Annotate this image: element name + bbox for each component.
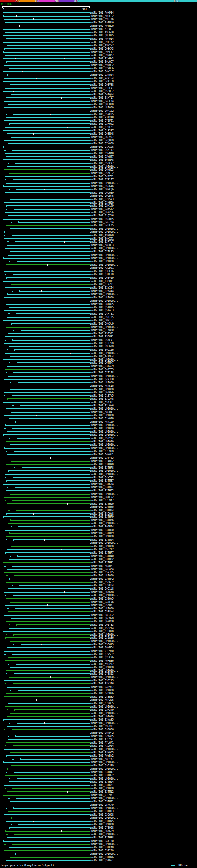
hit-label[interactable]: UniRef100_UPI000... bbox=[90, 715, 118, 718]
alignment-bar[interactable] bbox=[5, 369, 90, 370]
alignment-fragment[interactable] bbox=[5, 539, 7, 540]
alignment-fragment[interactable] bbox=[4, 150, 5, 151]
alignment-bar[interactable] bbox=[9, 346, 90, 347]
hit-label[interactable]: UniRef100_Q67RD8 bbox=[90, 620, 113, 623]
hit-label[interactable]: UniRef100_UPI000... bbox=[90, 833, 118, 836]
hit-label[interactable]: UniRef100_B3TH88 bbox=[90, 836, 113, 839]
alignment-bar[interactable] bbox=[3, 71, 90, 72]
hit-label[interactable]: UniRef100_UPI000... bbox=[90, 670, 118, 672]
alignment-fragment[interactable] bbox=[6, 772, 7, 773]
hit-label[interactable]: UniRef100_B3TW54 bbox=[90, 538, 113, 541]
alignment-bar[interactable] bbox=[5, 212, 90, 213]
hit-label[interactable]: UniRef100_Q17ZB1 bbox=[90, 283, 113, 286]
hit-label[interactable]: UniRef100_B3TH64 bbox=[90, 780, 113, 783]
alignment-fragment[interactable] bbox=[7, 241, 9, 242]
alignment-bar[interactable] bbox=[4, 65, 90, 66]
alignment-bar[interactable] bbox=[11, 817, 90, 818]
alignment-bar[interactable] bbox=[21, 644, 90, 645]
alignment-bar[interactable] bbox=[6, 277, 90, 278]
hit-label[interactable]: UniRef100_B2W4R5 bbox=[90, 735, 113, 738]
hit-label[interactable]: UniRef100_C5FG13 bbox=[90, 643, 113, 646]
hit-label[interactable]: UniRef100_Q3TXS9 bbox=[90, 365, 113, 368]
hit-label[interactable]: UniRef100_Q5KEV1 bbox=[90, 339, 113, 341]
alignment-fragment[interactable] bbox=[5, 340, 6, 341]
hit-label[interactable]: UniRef100_UPI000... bbox=[90, 427, 118, 430]
alignment-bar[interactable] bbox=[4, 615, 90, 616]
hit-label[interactable]: UniRef100_UPI000... bbox=[90, 607, 118, 610]
hit-label[interactable]: UniRef100_UPI000... bbox=[90, 640, 118, 643]
alignment-bar[interactable] bbox=[17, 438, 90, 439]
alignment-bar[interactable] bbox=[7, 687, 90, 688]
alignment-bar[interactable] bbox=[13, 114, 90, 115]
hit-label[interactable]: UniRef100_UPI000... bbox=[90, 545, 118, 548]
hit-label[interactable]: UniRef100_UPI000... bbox=[90, 352, 118, 355]
alignment-fragment[interactable] bbox=[5, 114, 7, 115]
hit-label[interactable]: UniRef100_Q31BX0 bbox=[90, 463, 113, 466]
alignment-fragment[interactable] bbox=[11, 222, 12, 223]
alignment-bar[interactable] bbox=[3, 434, 90, 435]
alignment-bar[interactable] bbox=[8, 811, 90, 812]
alignment-bar[interactable] bbox=[6, 61, 90, 62]
alignment-bar[interactable] bbox=[14, 349, 90, 350]
alignment-bar[interactable] bbox=[6, 536, 90, 537]
alignment-bar[interactable] bbox=[20, 405, 90, 406]
hit-label[interactable]: UniRef100_A6R2D6 bbox=[90, 699, 113, 702]
alignment-bar[interactable] bbox=[7, 726, 90, 727]
alignment-bar[interactable] bbox=[4, 592, 90, 593]
alignment-bar[interactable] bbox=[9, 641, 90, 642]
hit-label[interactable]: UniRef100_C5WN48 bbox=[90, 152, 113, 155]
hit-label[interactable]: UniRef100_B3N8J4 bbox=[90, 73, 113, 76]
hit-label[interactable]: UniRef100_Q4P4Z4 bbox=[90, 568, 113, 570]
alignment-fragment[interactable] bbox=[4, 428, 5, 429]
alignment-bar[interactable] bbox=[8, 703, 90, 704]
alignment-fragment[interactable] bbox=[9, 778, 10, 779]
alignment-bar[interactable] bbox=[18, 382, 90, 383]
alignment-bar[interactable] bbox=[20, 291, 90, 291]
alignment-bar[interactable] bbox=[4, 48, 90, 49]
hit-label[interactable]: UniRef100_Q9QBH6 bbox=[90, 195, 113, 197]
alignment-bar[interactable] bbox=[5, 552, 90, 553]
hit-label[interactable]: UniRef100_UPI000... bbox=[90, 227, 118, 230]
alignment-bar[interactable] bbox=[3, 186, 90, 187]
hit-label[interactable]: UniRef100_UPI000... bbox=[90, 666, 118, 669]
alignment-bar[interactable] bbox=[5, 506, 90, 507]
hit-label[interactable]: UniRef100_P15880 bbox=[90, 329, 113, 332]
alignment-bar[interactable] bbox=[12, 566, 90, 566]
hit-label[interactable]: UniRef100_B3L5K8 bbox=[90, 398, 113, 400]
hit-label[interactable]: UniRef100_B3NA85 bbox=[90, 718, 113, 721]
hit-label[interactable]: UniRef100_A9NNC4 bbox=[90, 646, 113, 649]
alignment-bar[interactable] bbox=[12, 844, 90, 845]
alignment-bar[interactable] bbox=[4, 26, 90, 27]
alignment-bar[interactable] bbox=[5, 733, 90, 734]
hit-label[interactable]: UniRef100_Q32AE6 bbox=[90, 637, 113, 639]
alignment-bar[interactable] bbox=[4, 271, 90, 272]
alignment-bar[interactable] bbox=[11, 412, 90, 412]
alignment-bar[interactable] bbox=[17, 363, 90, 363]
hit-label[interactable]: UniRef100_B4Q889 bbox=[90, 139, 113, 142]
alignment-bar[interactable] bbox=[5, 22, 90, 23]
alignment-fragment[interactable] bbox=[4, 566, 5, 566]
alignment-bar[interactable] bbox=[9, 173, 90, 174]
alignment-bar[interactable] bbox=[6, 304, 90, 305]
alignment-bar[interactable] bbox=[9, 827, 90, 828]
alignment-bar[interactable] bbox=[9, 713, 90, 714]
alignment-bar[interactable] bbox=[18, 690, 90, 691]
hit-label[interactable]: UniRef100_C6ZQK4 bbox=[90, 93, 113, 96]
hit-label[interactable]: UniRef100_Q6Y266 bbox=[90, 211, 113, 214]
alignment-bar[interactable] bbox=[10, 251, 90, 252]
alignment-bar[interactable] bbox=[13, 179, 90, 180]
hit-label[interactable]: UniRef100_C7ZWE5 bbox=[90, 702, 113, 705]
hit-label[interactable]: UniRef100_B8NJF6 bbox=[90, 682, 113, 685]
alignment-bar[interactable] bbox=[12, 500, 90, 501]
alignment-fragment[interactable] bbox=[8, 736, 9, 737]
alignment-fragment[interactable] bbox=[7, 608, 9, 609]
alignment-bar[interactable] bbox=[5, 805, 90, 805]
alignment-bar[interactable] bbox=[15, 163, 90, 164]
alignment-bar[interactable] bbox=[15, 422, 90, 423]
alignment-fragment[interactable] bbox=[5, 745, 6, 746]
alignment-bar[interactable] bbox=[4, 202, 90, 203]
alignment-fragment[interactable] bbox=[9, 189, 10, 190]
hit-label[interactable]: UniRef100_A9PHM6 bbox=[90, 21, 113, 24]
alignment-bar[interactable] bbox=[15, 608, 90, 609]
alignment-bar[interactable] bbox=[7, 245, 90, 246]
